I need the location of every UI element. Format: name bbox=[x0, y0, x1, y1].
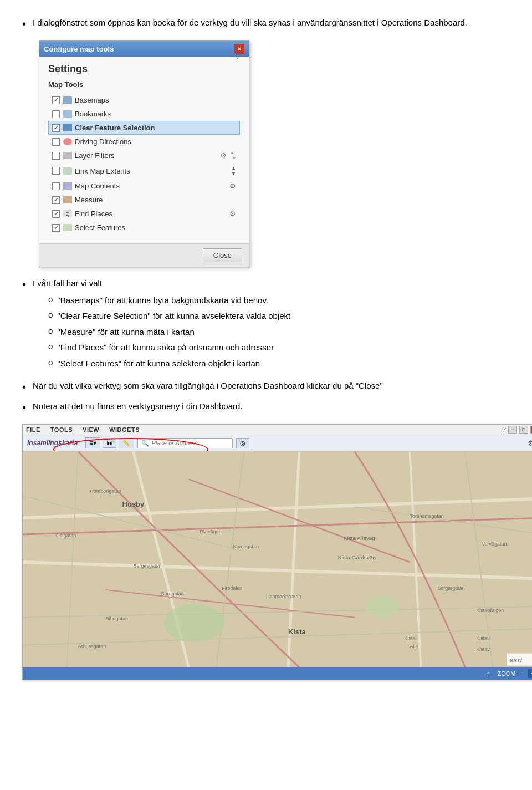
dialog-item-layer-filters[interactable]: Layer Filters ⚙ ⇅ bbox=[48, 149, 240, 162]
menu-file[interactable]: FILE bbox=[26, 426, 40, 433]
bullet3-text: När du valt vilka verktyg som ska vara t… bbox=[33, 380, 383, 393]
dialog-footer: Close bbox=[39, 243, 249, 267]
layer-filters-label: Layer Filters bbox=[75, 151, 115, 160]
sub-bullet-text-2: "Clear Feature Selection" för att kunna … bbox=[57, 310, 290, 323]
layer-filters-gear-icon[interactable]: ⚙ bbox=[220, 151, 227, 160]
dialog-item-link-map-extents[interactable]: Link Map Extents ▲ ▼ bbox=[48, 162, 240, 179]
link-map-extents-label: Link Map Extents bbox=[75, 167, 130, 175]
find-places-label: Find Places bbox=[75, 210, 112, 218]
map-tool-btn-3[interactable]: 📏 bbox=[119, 438, 134, 448]
find-places-gear-icon[interactable]: ⚙ bbox=[229, 210, 236, 218]
bookmarks-icon bbox=[63, 110, 72, 118]
map-settings-gear[interactable]: ⚙▾ bbox=[528, 439, 532, 447]
dialog-item-map-contents[interactable]: Map Contents ⚙ bbox=[48, 179, 240, 193]
svg-text:Allé: Allé bbox=[410, 644, 418, 649]
map-tab-label[interactable]: Insamlingskarta bbox=[27, 439, 78, 447]
sub-bullet-o-3: o bbox=[48, 326, 53, 335]
map-search-input[interactable] bbox=[151, 440, 229, 446]
basemaps-label: Basemaps bbox=[75, 96, 109, 104]
dialog-item-clear-feature-selection[interactable]: Clear Feature Selection bbox=[48, 121, 240, 135]
bullet2: • I vårt fall har vi valt o "Basemaps" f… bbox=[22, 277, 510, 373]
dialog-item-find-places[interactable]: Q Find Places ⚙ bbox=[48, 207, 240, 221]
map-tool-btn-2[interactable]: 🖬 bbox=[103, 438, 116, 448]
dialog-close-button[interactable]: Close bbox=[203, 248, 242, 262]
dialog-item-select-features[interactable]: Select Features bbox=[48, 221, 240, 235]
svg-text:Kistav.: Kistav. bbox=[476, 635, 490, 641]
clear-feature-label: Clear Feature Selection bbox=[75, 124, 155, 132]
help-question: ? bbox=[502, 426, 506, 434]
bullet-dot-3: • bbox=[22, 381, 26, 394]
svg-text:Ostgatan: Ostgatan bbox=[56, 533, 76, 538]
svg-text:Danmarksgatan: Danmarksgatan bbox=[266, 594, 301, 599]
dialog-question: ? bbox=[236, 52, 240, 60]
svg-point-16 bbox=[163, 604, 224, 643]
checkbox-select-features[interactable] bbox=[52, 224, 60, 232]
sub-bullet-text-4: "Find Places" för att kunna söka på orts… bbox=[57, 342, 274, 354]
dialog-section-title: Map Tools bbox=[48, 80, 240, 89]
checkbox-find-places[interactable] bbox=[52, 210, 60, 218]
checkbox-driving-directions[interactable] bbox=[52, 138, 60, 146]
svg-text:Kista Alleväg: Kista Alleväg bbox=[344, 535, 375, 541]
driving-directions-label: Driving Directions bbox=[75, 137, 131, 146]
checkbox-layer-filters[interactable] bbox=[52, 152, 60, 160]
sub-bullet-basemaps: o "Basemaps" för att kunna byta bakgrund… bbox=[48, 294, 290, 307]
configure-map-tools-dialog: Configure map tools × Settings ? Map Too… bbox=[39, 40, 249, 267]
checkbox-bookmarks[interactable] bbox=[52, 110, 60, 118]
sub-bullet-select: o "Select Features" för att kunna selekt… bbox=[48, 358, 290, 370]
map-screenshot: FILE TOOLS VIEW WIDGETS ? − □ × Insamlin… bbox=[22, 424, 532, 680]
svg-text:esri: esri bbox=[509, 656, 522, 664]
find-places-icon: Q bbox=[63, 210, 72, 217]
dialog-title: Configure map tools bbox=[44, 45, 114, 53]
bullet4-text: Notera att det nu finns en verktygsmeny … bbox=[33, 400, 243, 413]
sub-bullet-measure: o "Measure" för att kunna mäta i kartan bbox=[48, 326, 290, 339]
sub-bullet-o-5: o bbox=[48, 358, 53, 367]
zoom-plus-button[interactable]: + bbox=[528, 669, 532, 678]
maximize-button[interactable]: □ bbox=[519, 426, 528, 434]
minimize-button[interactable]: − bbox=[508, 426, 517, 434]
dialog-item-measure[interactable]: Measure bbox=[48, 193, 240, 207]
sub-bullet-text-5: "Select Features" för att kunna selekter… bbox=[57, 358, 260, 370]
checkbox-clear-feature-selection[interactable] bbox=[52, 124, 60, 132]
dialog-item-driving-directions[interactable]: Driving Directions bbox=[48, 135, 240, 149]
map-locate-button[interactable]: ◎ bbox=[236, 438, 249, 448]
svg-point-17 bbox=[366, 595, 399, 618]
bullet3: • När du valt vilka verktyg som ska vara… bbox=[22, 380, 510, 394]
svg-text:DV-vägen: DV-vägen bbox=[200, 529, 221, 534]
map-toolbar2: Insamlingskarta ≡▾ 🖬 📏 🔍 ◎ ⚙▾ bbox=[23, 435, 532, 451]
link-map-extents-arrows-icon: ▲ ▼ bbox=[231, 165, 236, 176]
checkbox-map-contents[interactable] bbox=[52, 182, 60, 190]
dialog-item-basemaps[interactable]: Basemaps bbox=[48, 93, 240, 107]
sub-bullet-o-1: o bbox=[48, 294, 53, 304]
svg-text:Varvägatan: Varvägatan bbox=[482, 541, 507, 547]
sub-bullet-text-1: "Basemaps" för att kunna byta bakgrundsk… bbox=[57, 294, 268, 307]
search-icon: 🔍 bbox=[141, 440, 149, 447]
checkbox-measure[interactable] bbox=[52, 196, 60, 204]
map-tool-btn-1[interactable]: ≡▾ bbox=[85, 437, 100, 448]
clear-feature-icon bbox=[63, 124, 72, 131]
svg-text:Firsdalen: Firsdalen bbox=[222, 585, 242, 591]
menu-tools[interactable]: TOOLS bbox=[50, 426, 73, 433]
map-contents-gear-icon[interactable]: ⚙ bbox=[229, 182, 236, 190]
map-svg: Husby Kista Kista Alleväg Kista Gårdsväg… bbox=[23, 451, 532, 667]
select-features-icon bbox=[63, 224, 72, 231]
menu-view[interactable]: VIEW bbox=[83, 426, 99, 433]
link-map-extents-icon bbox=[63, 167, 72, 175]
home-icon[interactable]: ⌂ bbox=[486, 669, 490, 678]
sub-bullet-find: o "Find Places" för att kunna söka på or… bbox=[48, 342, 290, 354]
svg-text:Kista: Kista bbox=[405, 635, 416, 641]
bookmarks-label: Bookmarks bbox=[75, 110, 111, 118]
menu-widgets[interactable]: WIDGETS bbox=[109, 426, 140, 433]
dialog-body: Settings ? Map Tools Basemaps Bookmarks bbox=[39, 57, 249, 243]
bullet-dot: • bbox=[22, 18, 26, 30]
map-menubar: FILE TOOLS VIEW WIDGETS ? − □ × bbox=[23, 425, 532, 435]
svg-text:Arhussgatan: Arhussgatan bbox=[78, 644, 106, 649]
map-search-box[interactable]: 🔍 bbox=[137, 438, 233, 448]
checkbox-basemaps[interactable] bbox=[52, 96, 60, 104]
svg-text:Norgegatan: Norgegatan bbox=[233, 544, 259, 549]
dialog-item-bookmarks[interactable]: Bookmarks bbox=[48, 107, 240, 121]
svg-text:Trombongatan: Trombongatan bbox=[89, 488, 121, 494]
map-tool-buttons: ≡▾ 🖬 📏 bbox=[85, 437, 134, 448]
checkbox-link-map-extents[interactable] bbox=[52, 167, 60, 175]
svg-text:Torshamsgatan: Torshamsgatan bbox=[410, 513, 444, 519]
bullet-dot-4: • bbox=[22, 401, 26, 414]
